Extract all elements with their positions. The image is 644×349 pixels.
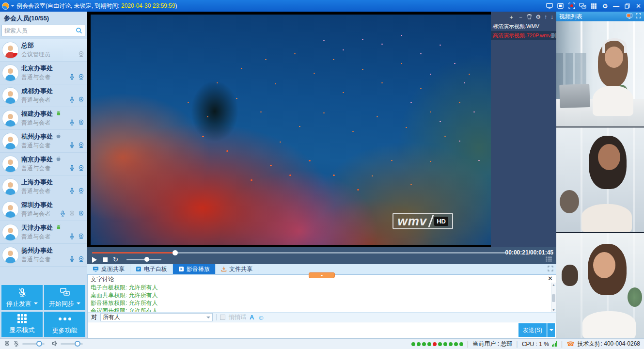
add-media-icon[interactable]: ＋: [508, 14, 514, 20]
speaker-icon[interactable]: [51, 340, 58, 348]
window-mode-icon[interactable]: [555, 0, 566, 12]
video-thumbnail[interactable]: [556, 233, 644, 338]
video-thumbnail[interactable]: [556, 127, 644, 234]
participant-row[interactable]: 南京办事处 普通与会者: [0, 153, 87, 175]
participant-row[interactable]: 杭州办事处 普通与会者: [0, 130, 87, 153]
seek-bar[interactable]: [92, 252, 506, 254]
scroll-up-icon[interactable]: ▲: [551, 283, 556, 286]
replay-button[interactable]: ↻: [113, 256, 118, 263]
whisper-checkbox[interactable]: [220, 315, 225, 320]
video-list-title: 视频列表: [559, 13, 582, 21]
participant-row[interactable]: 福建办事处 普通与会者: [0, 107, 87, 130]
mic-icon[interactable]: [69, 96, 75, 104]
participant-row[interactable]: 天津办事处 普通与会者: [0, 221, 87, 244]
participant-row[interactable]: 成都办事处 普通与会者: [0, 84, 87, 107]
mic-icon[interactable]: [60, 210, 66, 218]
mic-muted-icon[interactable]: [13, 340, 19, 348]
playlist-settings-gear-icon[interactable]: ⚙: [535, 14, 541, 20]
settings-gear-icon[interactable]: ⚙: [599, 0, 611, 12]
mic-icon[interactable]: [69, 142, 75, 150]
broadcast-screen-icon[interactable]: [544, 0, 555, 12]
search-icon[interactable]: [76, 27, 82, 34]
tab-影音播放[interactable]: 影音播放: [173, 264, 216, 274]
display-grid-icon[interactable]: [588, 0, 599, 12]
mic-icon[interactable]: [69, 188, 75, 195]
search-box[interactable]: [1, 25, 85, 36]
phone-icon: ☎: [566, 341, 574, 347]
tab-文件共享[interactable]: 文件共享: [216, 264, 258, 274]
chevron-down-icon[interactable]: [11, 5, 15, 9]
chat-input-area[interactable]: 发送(S): [88, 322, 556, 338]
mic-volume-slider[interactable]: [22, 343, 45, 345]
close-button[interactable]: ✕: [633, 0, 644, 12]
tab-电子白板[interactable]: 电子白板: [130, 264, 173, 274]
font-style-icon[interactable]: A: [250, 314, 254, 321]
recipient-select[interactable]: 所有人: [100, 313, 213, 321]
video-frame[interactable]: wmv HD: [91, 15, 491, 245]
webcam-icon[interactable]: [78, 165, 84, 173]
tab-桌面共享[interactable]: 桌面共享: [87, 264, 130, 274]
webcam-icon[interactable]: [78, 119, 84, 127]
expand-icon[interactable]: [548, 266, 553, 273]
start-sync-button[interactable]: 开始同步: [44, 285, 85, 310]
mic-icon[interactable]: [69, 256, 75, 264]
trash-icon[interactable]: [527, 14, 532, 20]
mic-icon[interactable]: [69, 74, 75, 81]
participant-row[interactable]: 北京办事处 普通与会者: [0, 62, 87, 84]
more-features-button[interactable]: 更多功能: [44, 312, 85, 337]
stop-button[interactable]: [103, 257, 108, 262]
expand-icon[interactable]: [636, 13, 641, 20]
webcam-icon[interactable]: [4, 340, 10, 348]
maximize-button[interactable]: [622, 0, 633, 12]
webcam-icon[interactable]: [78, 142, 84, 150]
speaker-volume-slider[interactable]: [61, 343, 83, 345]
send-button[interactable]: 发送(S): [518, 323, 547, 337]
move-up-icon[interactable]: ↑: [544, 14, 547, 20]
send-options-caret[interactable]: [547, 323, 555, 337]
webcam-icon[interactable]: [78, 233, 84, 241]
participant-row[interactable]: 深圳办事处 普通与会者: [0, 198, 87, 221]
playlist-item[interactable]: 高清演示视频-720P.wmv删除: [491, 31, 556, 40]
video-thumbnail[interactable]: [556, 21, 644, 127]
scroll-thumb[interactable]: [552, 294, 555, 302]
webcam-icon[interactable]: [78, 210, 84, 218]
webcam-icon[interactable]: [78, 256, 84, 264]
webcam-off-icon[interactable]: [78, 51, 84, 59]
playlist-toggle-icon[interactable]: [546, 256, 552, 263]
mic-icon[interactable]: [69, 165, 75, 173]
chat-scrollbar[interactable]: ▲ ▼: [551, 283, 556, 312]
display-mode-button[interactable]: 显示模式: [1, 312, 43, 337]
chat-collapse-handle[interactable]: [309, 272, 335, 278]
webcam-icon[interactable]: [78, 96, 84, 104]
record-icon[interactable]: [566, 0, 577, 12]
participant-list: 总部 会议管理员 北京办事处 普通与会者 成都办事处 普通与会者 福建办事处 普…: [0, 39, 87, 267]
remove-media-icon[interactable]: －: [518, 14, 523, 20]
volume-handle[interactable]: [144, 257, 149, 262]
whisper-label: 悄悄话: [229, 313, 246, 321]
search-input[interactable]: [4, 27, 76, 34]
delete-item-button[interactable]: 删除: [551, 31, 556, 40]
participant-row[interactable]: 上海办事处 普通与会者: [0, 175, 87, 198]
emoji-icon[interactable]: ☺: [257, 314, 264, 321]
webcam-off-icon[interactable]: [69, 210, 75, 218]
play-button[interactable]: [92, 257, 100, 263]
minimize-button[interactable]: —: [611, 0, 622, 12]
participant-name: 总部: [21, 41, 34, 50]
participant-role: 普通与会者: [21, 233, 50, 241]
seek-handle[interactable]: [173, 250, 178, 255]
participant-row[interactable]: 总部 会议管理员: [0, 39, 87, 62]
mic-icon[interactable]: [69, 119, 75, 127]
mic-icon[interactable]: [69, 233, 75, 241]
screen-share-icon[interactable]: [577, 0, 588, 12]
close-icon[interactable]: ✕: [548, 275, 553, 282]
video-mode-icon[interactable]: [626, 13, 633, 20]
stop-speaking-button[interactable]: 停止发言: [1, 285, 43, 310]
playlist-items: 标清演示视频.WMV高清演示视频-720P.wmv删除: [491, 22, 556, 40]
playlist-item[interactable]: 标清演示视频.WMV: [491, 22, 556, 31]
webcam-icon[interactable]: [78, 74, 84, 81]
webcam-icon[interactable]: [78, 188, 84, 195]
volume-slider[interactable]: [126, 259, 161, 260]
move-down-icon[interactable]: ↓: [550, 14, 553, 20]
scroll-down-icon[interactable]: ▼: [551, 308, 556, 312]
participant-row[interactable]: 扬州办事处 普通与会者: [0, 244, 87, 267]
